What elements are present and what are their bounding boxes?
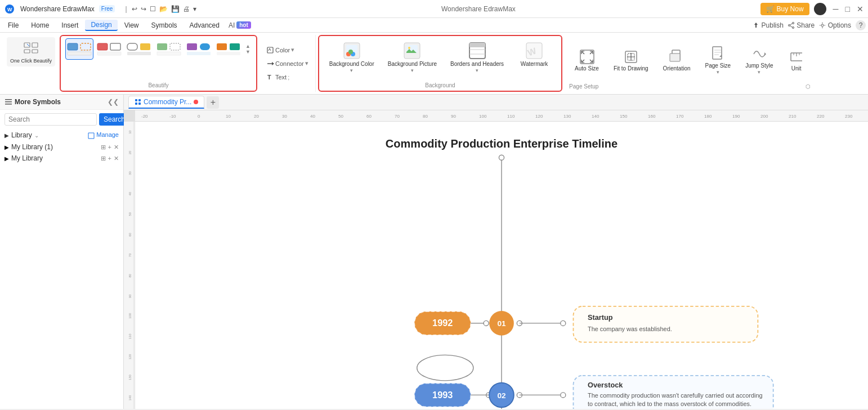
sidebar-collapse-btn[interactable]: ❮❮ [108, 98, 119, 106]
background-color-btn[interactable]: Background Color ▾ [324, 38, 380, 75]
connector-btn[interactable]: Connector ▾ [264, 59, 311, 69]
open-btn[interactable]: 📂 [159, 5, 168, 13]
left-sidebar: More Symbols ❮❮ Search ▶ Library ⌄ Manag… [0, 95, 124, 409]
ruler-top: -20 -10 0 10 20 30 40 50 60 70 80 90 100… [135, 110, 868, 122]
svg-rect-11 [32, 50, 38, 53]
menu-insert[interactable]: Insert [56, 20, 84, 30]
svg-text:140: 140 [592, 114, 599, 119]
menu-view[interactable]: View [119, 20, 145, 30]
menu-bar: File Home Insert Design View Symbols Adv… [0, 18, 868, 33]
svg-text:30: 30 [128, 171, 132, 175]
user-avatar[interactable] [814, 3, 826, 15]
svg-rect-25 [187, 43, 197, 50]
menu-advanced[interactable]: Advanced [184, 20, 225, 30]
borders-headers-btn[interactable]: Borders and Headers ▾ [445, 38, 509, 75]
menu-design[interactable]: Design [85, 20, 117, 31]
svg-point-7 [821, 24, 824, 26]
beautify-style-4[interactable] [155, 39, 183, 59]
active-tab[interactable]: Commodity Pr... [128, 96, 204, 109]
svg-text:80: 80 [423, 114, 428, 119]
page-setup-expand[interactable]: ⬡ [806, 83, 811, 90]
beautify-style-3[interactable] [125, 39, 153, 59]
menu-home[interactable]: Home [25, 20, 55, 30]
info-text-02b: to contract, which led to the mass overs… [588, 400, 751, 407]
svg-text:-10: -10 [169, 114, 176, 119]
sidebar-header: More Symbols ❮❮ [0, 95, 123, 110]
svg-rect-8 [24, 43, 30, 47]
fit-to-drawing-btn[interactable]: Fit to Drawing [608, 46, 654, 74]
svg-line-5 [790, 24, 792, 25]
beautify-style-2[interactable] [95, 39, 123, 59]
svg-marker-58 [764, 52, 766, 56]
svg-text:220: 220 [817, 114, 825, 119]
watermark-btn[interactable]: W Watermark [512, 38, 557, 75]
beautify-scroll-up[interactable]: ▲ ▼ [244, 42, 252, 56]
app-name: Wondershare EdrawMax [20, 5, 95, 13]
menu-right-actions: Publish Share Options ? [753, 20, 866, 30]
color-btn[interactable]: Color ▾ [264, 45, 311, 55]
my-library-2-item: ▶ My Library ⊞ + ✕ [0, 153, 123, 164]
background-picture-btn[interactable]: Background Picture ▾ [382, 38, 442, 75]
svg-rect-22 [157, 43, 167, 50]
svg-rect-9 [32, 43, 38, 47]
year-1993-text: 1993 [432, 390, 453, 400]
canvas-with-rulers: -20 -10 0 10 20 30 40 50 60 70 80 90 100… [124, 110, 868, 409]
orientation-btn[interactable]: Orientation [657, 46, 696, 74]
print-btn[interactable]: 🖨 [183, 5, 190, 13]
one-click-beautify-btn[interactable]: One Click Beautify [7, 37, 55, 66]
svg-rect-15 [68, 52, 91, 55]
unit-btn[interactable]: Unit [782, 46, 811, 74]
my-library-1-add[interactable]: + [108, 144, 111, 151]
add-tab-btn[interactable]: + [207, 96, 219, 109]
undo-btn[interactable]: ↩ [132, 5, 137, 13]
beautify-tools: ▲ ▼ [65, 38, 252, 60]
close-btn[interactable]: ✕ [857, 5, 863, 14]
maximize-btn[interactable]: □ [845, 5, 850, 14]
library-header: ▶ Library ⌄ Manage [0, 129, 123, 141]
help-btn[interactable]: ? [856, 20, 866, 30]
title-bar-left: W Wondershare EdrawMax Free | ↩ ↪ ☐ 📂 💾 … [5, 4, 196, 14]
svg-rect-26 [200, 43, 210, 50]
my-library-2-add[interactable]: + [108, 155, 111, 162]
ruler-left: 10 20 30 40 50 60 70 80 90 100 110 120 1… [124, 122, 135, 409]
my-library-2-remove[interactable]: ✕ [114, 155, 119, 162]
buy-now-button[interactable]: 🛒 Buy Now [760, 3, 809, 15]
info-title-01: Startup [588, 313, 613, 322]
page-size-btn[interactable]: Page Size ▾ [700, 43, 737, 77]
svg-text:160: 160 [648, 114, 656, 119]
beautify-style-5[interactable] [185, 39, 213, 59]
menu-file[interactable]: File [2, 20, 24, 30]
sidebar-menu-icon [5, 98, 12, 106]
svg-point-42 [408, 47, 410, 49]
canvas-content[interactable]: Commodity Production Enterprise Timeline… [135, 122, 868, 409]
beautify-style-1[interactable] [65, 38, 93, 60]
auto-size-btn[interactable]: Auto Size [569, 46, 605, 74]
svg-rect-64 [5, 104, 12, 105]
redo-btn[interactable]: ↪ [141, 5, 146, 13]
ai-menu[interactable]: AI hot [229, 21, 251, 29]
background-tools: Background Color ▾ Background Picture ▾ [324, 38, 557, 75]
svg-rect-97 [126, 122, 134, 409]
my-library-1-remove[interactable]: ✕ [114, 144, 119, 151]
menu-symbols[interactable]: Symbols [146, 20, 183, 30]
text-format-btn[interactable]: T Text ; [264, 72, 311, 82]
info-text-01: The company was established. [588, 326, 672, 332]
jump-style-btn[interactable]: Jump Style ▾ [740, 43, 778, 77]
svg-text:100: 100 [128, 313, 132, 319]
diagram-svg: Commodity Production Enterprise Timeline… [135, 122, 868, 409]
beautify-section: ▲ ▼ Beautify [60, 35, 257, 92]
options-btn[interactable]: Options [819, 21, 851, 29]
new-btn[interactable]: ☐ [150, 5, 156, 13]
beautify-style-6[interactable] [214, 39, 243, 59]
conn-1992-dot-left [484, 320, 489, 326]
publish-btn[interactable]: Publish [753, 21, 784, 29]
svg-rect-20 [140, 43, 150, 50]
my-library-1-copy[interactable]: ⊞ [101, 144, 106, 151]
share-btn[interactable]: Share [788, 21, 815, 29]
manage-btn[interactable]: Manage [88, 131, 119, 139]
save-btn[interactable]: 💾 [171, 5, 180, 13]
my-library-2-copy[interactable]: ⊞ [101, 155, 106, 162]
search-input[interactable] [5, 113, 97, 126]
minimize-btn[interactable]: ─ [833, 5, 839, 14]
svg-point-4 [792, 27, 794, 29]
